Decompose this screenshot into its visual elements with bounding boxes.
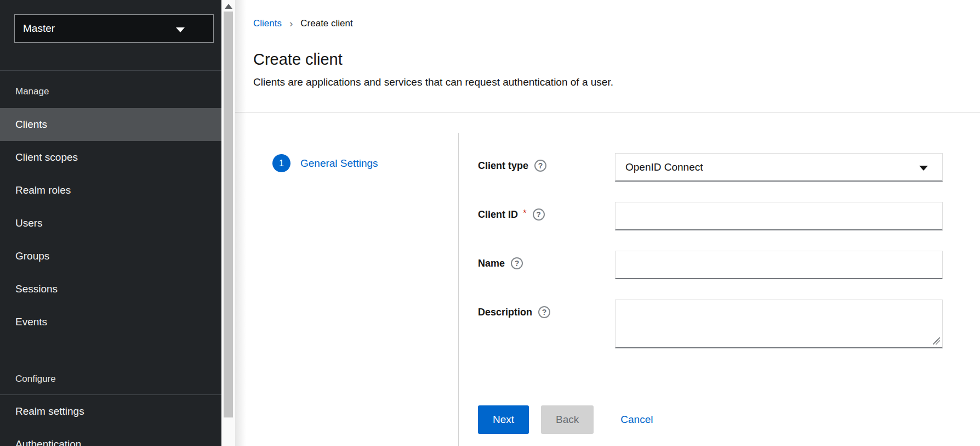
sidebar-item-clients[interactable]: Clients bbox=[0, 108, 221, 141]
caret-down-icon bbox=[176, 27, 185, 32]
main-content: Clients › Create client Create client Cl… bbox=[235, 0, 980, 446]
resize-handle-icon[interactable] bbox=[933, 337, 940, 345]
next-button[interactable]: Next bbox=[478, 405, 529, 434]
name-input[interactable] bbox=[615, 251, 943, 279]
realm-selector-label: Master bbox=[15, 22, 55, 35]
wizard-nav-divider bbox=[458, 133, 459, 446]
page-title: Create client bbox=[253, 49, 980, 69]
sidebar-section-title: Configure bbox=[0, 338, 221, 394]
step-number-badge: 1 bbox=[272, 154, 290, 172]
cancel-button[interactable]: Cancel bbox=[620, 405, 653, 434]
description-label: Description bbox=[478, 307, 532, 318]
wizard-step-general-settings[interactable]: 1 General Settings bbox=[272, 154, 378, 172]
scroll-up-icon[interactable] bbox=[225, 4, 232, 9]
help-icon[interactable]: ? bbox=[534, 160, 546, 172]
breadcrumb-current: Create client bbox=[300, 18, 352, 29]
sidebar-item-events[interactable]: Events bbox=[0, 306, 221, 338]
help-icon[interactable]: ? bbox=[538, 306, 550, 318]
vertical-scrollbar[interactable] bbox=[221, 0, 235, 446]
sidebar-section-configure: Configure Realm settings Authentication bbox=[0, 338, 221, 446]
page-subtitle: Clients are applications and services th… bbox=[253, 76, 980, 88]
description-row: Description ? bbox=[478, 300, 943, 348]
client-type-label: Client type bbox=[478, 160, 528, 172]
realm-selector[interactable]: Master bbox=[14, 14, 214, 43]
breadcrumb-link-clients[interactable]: Clients bbox=[253, 18, 282, 29]
wizard-footer: Next Back Cancel bbox=[478, 405, 653, 434]
realm-selector-area: Master bbox=[0, 14, 221, 71]
client-id-label: Client ID bbox=[478, 209, 518, 221]
general-settings-form: Client type ? OpenID Connect Client ID *… bbox=[478, 153, 943, 369]
breadcrumb: Clients › Create client bbox=[253, 18, 980, 30]
sidebar-item-sessions[interactable]: Sessions bbox=[0, 273, 221, 306]
sidebar-item-users[interactable]: Users bbox=[0, 207, 221, 240]
back-button[interactable]: Back bbox=[541, 405, 594, 434]
create-client-wizard: 1 General Settings Client type ? OpenID … bbox=[235, 112, 980, 446]
page-header: Clients › Create client Create client Cl… bbox=[235, 0, 980, 88]
client-id-row: Client ID * ? bbox=[478, 202, 943, 230]
help-icon[interactable]: ? bbox=[511, 257, 523, 269]
help-icon[interactable]: ? bbox=[533, 208, 545, 221]
breadcrumb-separator-icon: › bbox=[289, 18, 293, 29]
sidebar-item-realm-roles[interactable]: Realm roles bbox=[0, 174, 221, 207]
sidebar-item-client-scopes[interactable]: Client scopes bbox=[0, 141, 221, 174]
name-row: Name ? bbox=[478, 251, 943, 279]
sidebar-nav: Master Manage Clients Client scopes Real… bbox=[0, 0, 221, 446]
sidebar-item-groups[interactable]: Groups bbox=[0, 240, 221, 273]
sidebar-section-manage: Manage Clients Client scopes Realm roles… bbox=[0, 71, 221, 338]
required-asterisk: * bbox=[523, 208, 527, 219]
client-type-select[interactable]: OpenID Connect bbox=[615, 153, 943, 182]
sidebar-section-title: Manage bbox=[0, 71, 221, 108]
client-type-row: Client type ? OpenID Connect bbox=[478, 153, 943, 182]
client-id-input[interactable] bbox=[615, 202, 943, 230]
step-label: General Settings bbox=[300, 157, 378, 170]
scrollbar-thumb[interactable] bbox=[224, 12, 233, 417]
sidebar-item-realm-settings[interactable]: Realm settings bbox=[0, 395, 221, 428]
description-textarea[interactable] bbox=[615, 300, 943, 348]
client-type-selected-value: OpenID Connect bbox=[625, 161, 703, 173]
name-label: Name bbox=[478, 258, 505, 269]
sidebar-item-authentication[interactable]: Authentication bbox=[0, 428, 221, 446]
caret-down-icon bbox=[919, 166, 928, 171]
